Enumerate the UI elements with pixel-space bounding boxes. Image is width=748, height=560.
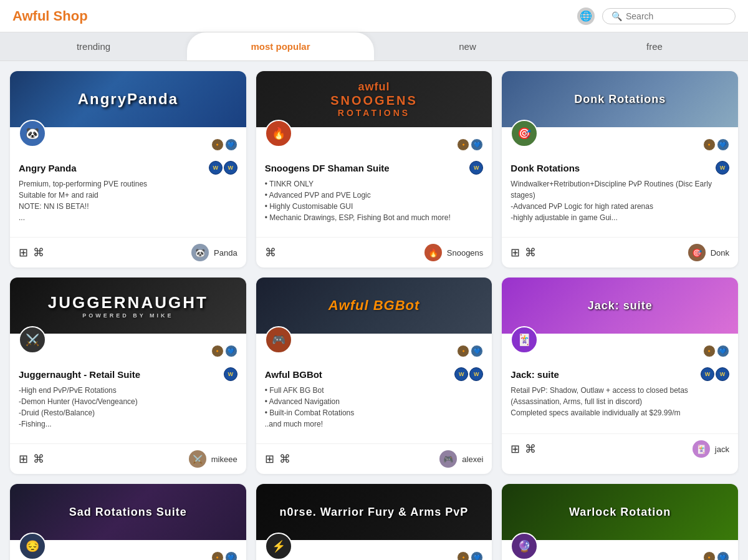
card-description: • TINKR ONLY• Advanced PVP and PVE Logic… <box>265 178 484 223</box>
card-body: Donk Rotations W Windwalker+Retribution+… <box>502 161 738 232</box>
os-icons: ⊞⌘ <box>511 246 536 259</box>
author-avatar: 🐼 <box>191 244 209 261</box>
os-icons: ⊞⌘ <box>19 246 44 259</box>
card-jack: Jack: suite 🃏 🔸 💙 Jack: suite <box>502 278 738 474</box>
banner-overlay: Sad Rotations Suite <box>10 484 246 540</box>
card-body: Angry Panda WW Premium, top-performing P… <box>10 161 246 232</box>
card-title: Jack: suite <box>511 369 559 380</box>
search-input[interactable] <box>626 11 726 21</box>
card-avatar-wrap: 🔥 <box>265 120 292 147</box>
author-name: Snoogens <box>447 248 484 258</box>
tab-new[interactable]: new <box>374 32 561 60</box>
card-description: Retail PvP: Shadow, Outlaw + access to c… <box>511 385 729 420</box>
wow-badge: W <box>716 367 729 381</box>
wow-badge: W <box>454 367 468 381</box>
card-author-row: 🐼 🔸 💙 <box>10 127 246 161</box>
banner-overlay: JUGGERNAUGHTPOWERED BY MIKE <box>10 278 246 334</box>
card-avatar-wrap: ⚔️ <box>19 326 46 354</box>
tab-free[interactable]: free <box>561 32 748 60</box>
card-title-row: Donk Rotations W <box>511 161 729 175</box>
author-info: 🎯 Donk <box>688 244 729 261</box>
card-banner: Jack: suite <box>502 278 738 334</box>
card-avatar: 🐼 <box>19 120 46 147</box>
windows-icon: ⊞ <box>265 452 274 466</box>
author-info: 🃏 jack <box>693 440 729 458</box>
windows-icon: ⊞ <box>19 452 28 466</box>
card-banner: Awful BGBot <box>256 278 492 334</box>
wow-badge: W <box>224 367 237 381</box>
mac-icon: ⌘ <box>525 246 536 259</box>
card-footer: ⊞⌘ 🎮 alexei <box>256 443 492 474</box>
banner-overlay: n0rse. Warrior Fury & Arms PvP <box>256 484 492 540</box>
card-author-row: ⚡ 🔸 💙 <box>256 540 492 560</box>
card-title-row: Angry Panda WW <box>19 161 237 175</box>
card-avatar-wrap: 🎮 <box>265 326 292 354</box>
card-body: Juggernaught - Retail Suite W -High end … <box>10 367 246 438</box>
logo-prefix: Awful <box>12 8 49 24</box>
os-icons: ⌘ <box>265 246 276 259</box>
os-icons: ⊞⌘ <box>511 442 536 456</box>
card-avatar-wrap: 🎯 <box>511 120 538 147</box>
card-angry-panda: AngryPanda 🐼 🔸 💙 Angry Panda <box>10 71 246 268</box>
card-body: Jack: suite WW Retail PvP: Shadow, Outla… <box>502 367 738 428</box>
card-footer: ⊞⌘ ⚔️ mikeee <box>10 443 246 474</box>
card-avatar: ⚔️ <box>19 326 46 354</box>
card-avatar-wrap: 🔮 <box>511 533 538 560</box>
author-avatar: 🎯 <box>688 244 706 261</box>
os-icons: ⊞⌘ <box>19 452 44 466</box>
os-icons: ⊞⌘ <box>265 452 290 466</box>
card-author-row: 🎮 🔸 💙 <box>256 334 492 367</box>
card-author-row: 🔥 🔸 💙 <box>256 127 492 161</box>
logo-suffix: Shop <box>54 8 88 24</box>
card-avatar: 🎮 <box>265 326 292 354</box>
tabs-bar: trending most popular new free <box>0 32 748 61</box>
author-info: ⚔️ mikeee <box>189 450 237 468</box>
card-avatar-wrap: ⚡ <box>265 533 292 560</box>
card-avatar: ⚡ <box>265 533 292 560</box>
mac-icon: ⌘ <box>525 442 536 456</box>
banner-overlay: Awful BGBot <box>256 278 492 334</box>
card-banner: n0rse. Warrior Fury & Arms PvP <box>256 484 492 540</box>
card-avatar: 🔥 <box>265 120 292 147</box>
tab-most-popular[interactable]: most popular <box>187 32 374 60</box>
card-title: Awful BGBot <box>265 369 322 380</box>
card-avatar: 🃏 <box>511 326 538 354</box>
card-warlock: Warlock Rotation 🔮 🔸 💙 Warlock Rota <box>502 484 738 560</box>
wow-badge: W <box>701 367 714 381</box>
card-title-row: Snoogens DF Shaman Suite W <box>265 161 484 175</box>
card-avatar-wrap: 🐼 <box>19 120 46 147</box>
wow-badge: W <box>469 161 483 175</box>
card-badges: 🔸 💙 <box>211 342 237 357</box>
card-norse: n0rse. Warrior Fury & Arms PvP ⚡ 🔸 💙 <box>256 484 492 560</box>
card-wow-badges: W <box>716 161 729 175</box>
author-avatar: 🎮 <box>439 450 457 468</box>
card-wow-badges: W <box>469 161 483 175</box>
tab-trending[interactable]: trending <box>0 32 187 60</box>
card-badges: 🔸 💙 <box>211 549 237 560</box>
card-footer: ⊞⌘ 🐼 Panda <box>10 237 246 268</box>
author-avatar: 🔥 <box>424 244 442 261</box>
globe-icon[interactable]: 🌐 <box>577 7 595 25</box>
mac-icon: ⌘ <box>265 246 276 259</box>
card-badges: 🔸 💙 <box>211 136 237 151</box>
author-info: 🐼 Panda <box>191 244 237 261</box>
card-body: Awful BGBot WW • Full AFK BG Bot• Advanc… <box>256 367 492 438</box>
header: Awful Shop 🌐 🔍 <box>0 0 748 32</box>
author-name: alexei <box>462 455 483 464</box>
card-footer: ⊞⌘ 🃏 jack <box>502 433 738 464</box>
card-title: Angry Panda <box>19 163 77 173</box>
card-banner: Sad Rotations Suite <box>10 484 246 540</box>
card-wow-badges: WW <box>701 367 729 381</box>
card-title: Juggernaught - Retail Suite <box>19 369 140 380</box>
mac-icon: ⌘ <box>33 452 44 466</box>
author-name: jack <box>715 445 729 454</box>
card-author-row: 😔 🔸 💙 <box>10 540 246 560</box>
banner-overlay: AngryPanda <box>10 71 246 127</box>
wow-badge: W <box>469 367 483 381</box>
banner-overlay: Jack: suite <box>502 278 738 334</box>
author-info: 🔥 Snoogens <box>424 244 484 261</box>
card-description: • Full AFK BG Bot• Advanced Navigation• … <box>265 385 484 430</box>
card-title: Donk Rotations <box>511 163 580 173</box>
products-grid: AngryPanda 🐼 🔸 💙 Angry Panda <box>0 61 748 560</box>
card-avatar-wrap: 🃏 <box>511 326 538 354</box>
